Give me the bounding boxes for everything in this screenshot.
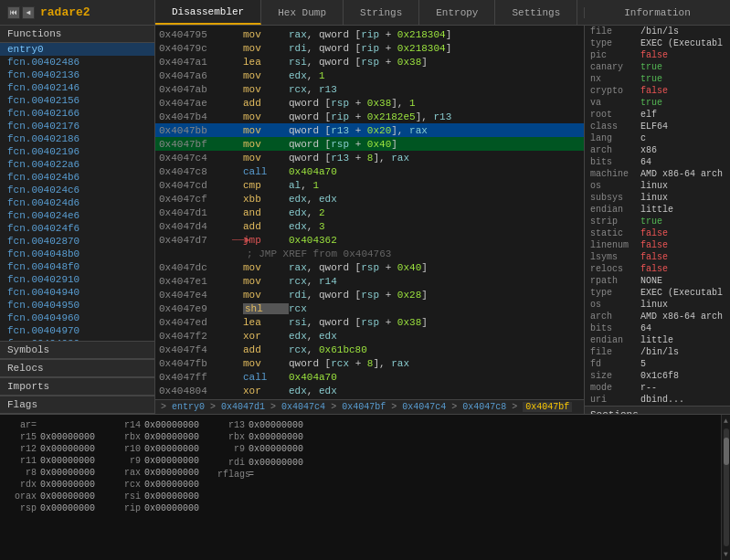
scroll-thumb[interactable]	[724, 438, 729, 465]
top-bar: ⏮ ◀ radare2 Disassembler Hex Dump String…	[0, 0, 730, 26]
reg-row-r13: r13 0x00000000	[217, 420, 303, 430]
sidebar-item-fcn004048b0[interactable]: fcn.004048b0	[0, 248, 154, 260]
disasm-line: 0x4047b4 mov qword [rip + 0x2182e5], r13	[155, 110, 584, 123]
sidebar-item-fcn00404970[interactable]: fcn.00404970	[0, 324, 154, 337]
sidebar-item-fcn00402196[interactable]: fcn.00402196	[0, 145, 154, 158]
disasm-line: 0x4047ab mov rcx, r13	[155, 82, 584, 96]
sidebar-item-fcn00402186[interactable]: fcn.00402186	[0, 132, 154, 145]
disasm-line: 0x4047d7 ──► jmp 0x404362	[155, 233, 584, 247]
symbols-section[interactable]: Symbols	[0, 341, 154, 359]
imports-section[interactable]: Imports	[0, 377, 154, 396]
sidebar-item-fcn004024f6[interactable]: fcn.004024f6	[0, 222, 154, 235]
app-logo: radare2	[40, 5, 90, 19]
disasm-line-highlighted: 0x4047bb mov qword [r13 + 0x20], rax	[155, 123, 584, 137]
info-row-fd: fd 5	[585, 358, 730, 370]
disasm-line: 0x40479c mov rdi, qword [rip + 0x218304]	[155, 41, 584, 55]
breadcrumb-item[interactable]: 0x4047c4	[281, 402, 325, 412]
info-row-os: os linux	[585, 180, 730, 192]
info-row-type2: type EXEC (Executabl	[585, 287, 730, 299]
sidebar: Functions entry0 fcn.00402486 fcn.004021…	[0, 26, 155, 414]
sidebar-item-fcn004024d6[interactable]: fcn.004024d6	[0, 196, 154, 209]
info-row-nx: nx true	[585, 73, 730, 85]
sidebar-item-fcn004024e6[interactable]: fcn.004024e6	[0, 209, 154, 222]
sidebar-item-fcn004048f0[interactable]: fcn.004048f0	[0, 260, 154, 273]
info-row-linenum: linenum false	[585, 239, 730, 251]
sidebar-item-fcn00402910[interactable]: fcn.00402910	[0, 273, 154, 286]
rewind-btn[interactable]: ⏮	[7, 6, 20, 19]
reg-row-rip: rip 0x00000000	[113, 503, 199, 513]
info-row-strip: strip true	[585, 216, 730, 227]
info-panel: file /bin/ls type EXEC (Executabl pic fa…	[584, 26, 730, 414]
disasm-line: 0x4047cd cmp al, 1	[155, 178, 584, 192]
sidebar-item-fcn00402146[interactable]: fcn.00402146	[0, 81, 154, 94]
breadcrumb-item[interactable]: 0x4047c4	[402, 402, 446, 412]
sidebar-item-entry0[interactable]: entry0	[0, 43, 154, 56]
info-row-bits2: bits 64	[585, 322, 730, 334]
disasm-line: 0x4047cf xbb edx, edx	[155, 192, 584, 206]
flags-section[interactable]: Flags	[0, 396, 154, 414]
tab-hexdump[interactable]: Hex Dump	[261, 0, 344, 25]
functions-list: entry0 fcn.00402486 fcn.00402136 fcn.004…	[0, 43, 154, 341]
reg-row-r12: r12 0x00000000	[9, 444, 95, 454]
info-row-static: static false	[585, 227, 730, 239]
sidebar-item-fcn00402136[interactable]: fcn.00402136	[0, 69, 154, 81]
sections-label: Sections	[585, 406, 730, 414]
disasm-line: 0x4047ed lea rsi, qword [rsp + 0x38]	[155, 315, 584, 329]
sidebar-item-fcn004024b6[interactable]: fcn.004024b6	[0, 171, 154, 184]
tab-settings[interactable]: Settings	[495, 0, 577, 25]
disasm-line: 0x4047c4 mov qword [r13 + 8], rax	[155, 151, 584, 164]
sidebar-item-fcn00404940[interactable]: fcn.00404940	[0, 286, 154, 299]
sidebar-item-fcn00404950[interactable]: fcn.00404950	[0, 299, 154, 312]
breadcrumb-item[interactable]: 0x4047bf	[342, 402, 386, 412]
disasm-line: 0x404804 xor edx, edx	[155, 384, 584, 397]
scroll-thumb-track	[724, 428, 729, 546]
info-row-bits: bits 64	[585, 156, 730, 168]
info-row-type: type EXEC (Executabl	[585, 37, 730, 49]
register-column-2: r14 0x00000000 rbx 0x00000000 r10 0x0000…	[113, 420, 199, 555]
tab-disassembler[interactable]: Disassembler	[155, 0, 261, 25]
register-column-3: r13 0x00000000 rbx 0x00000000 r9 0x00000…	[217, 420, 303, 555]
breadcrumb: > entry0 > 0x4047d1 > 0x4047c4 > 0x4047b…	[155, 399, 584, 414]
sidebar-item-fcn00402156[interactable]: fcn.00402156	[0, 94, 154, 107]
step-back-btn[interactable]: ◀	[22, 6, 35, 19]
disasm-line: 0x4047a1 lea rsi, qword [rsp + 0x38]	[155, 55, 584, 69]
reg-row-r8: r8 0x00000000	[9, 468, 95, 478]
info-row-file2: file /bin/ls	[585, 346, 730, 358]
reg-row-rbx-3: rbx 0x00000000	[217, 432, 303, 442]
scroll-down-arrow[interactable]: ▼	[722, 548, 730, 560]
info-row-pic: pic false	[585, 49, 730, 61]
reg-row-r11: r11 0x00000000	[9, 456, 95, 466]
sidebar-item-fcn00402166[interactable]: fcn.00402166	[0, 107, 154, 120]
sidebar-item-fcn00404960[interactable]: fcn.00404960	[0, 312, 154, 324]
reg-row-orax: orax 0x00000000	[9, 491, 95, 502]
disasm-line: 0x4047f2 xor edx, edx	[155, 329, 584, 343]
info-row-relocs: relocs false	[585, 263, 730, 275]
breadcrumb-item[interactable]: entry0	[172, 402, 205, 412]
info-row-file: file /bin/ls	[585, 26, 730, 37]
relocs-section[interactable]: Relocs	[0, 359, 154, 377]
tab-strings[interactable]: Strings	[344, 0, 419, 25]
info-panel-header: Information	[584, 7, 730, 18]
disasm-line: 0x4047fb mov qword [rcx + 8], rax	[155, 356, 584, 370]
breadcrumb-current: 0x4047bf	[523, 402, 572, 412]
info-row-canary: canary true	[585, 61, 730, 73]
disasm-area: 0x404795 mov rax, qword [rip + 0x218304]…	[155, 26, 584, 414]
sidebar-item-fcn00402176[interactable]: fcn.00402176	[0, 120, 154, 132]
sidebar-item-fcn00402870[interactable]: fcn.00402870	[0, 235, 154, 248]
reg-row-rbx-2: rbx 0x00000000	[113, 432, 199, 442]
scroll-up-arrow[interactable]: ▲	[722, 415, 730, 427]
info-row-lang: lang c	[585, 132, 730, 144]
sidebar-item-fcn004024c6[interactable]: fcn.004024c6	[0, 184, 154, 196]
breadcrumb-sep: >	[161, 402, 172, 412]
disasm-scroll[interactable]: 0x404795 mov rax, qword [rip + 0x218304]…	[155, 26, 584, 399]
sidebar-item-fcn004022a6[interactable]: fcn.004022a6	[0, 158, 154, 171]
tab-entropy[interactable]: Entropy	[419, 0, 495, 25]
reg-row-rsp: rsp 0x00000000	[9, 503, 95, 513]
main-content: Functions entry0 fcn.00402486 fcn.004021…	[0, 26, 730, 414]
disasm-line: 0x4047d1 and edx, 2	[155, 206, 584, 219]
breadcrumb-item[interactable]: 0x4047d1	[221, 402, 265, 412]
sidebar-item-fcn00402486[interactable]: fcn.00402486	[0, 56, 154, 69]
reg-row-r9-3: r9 0x00000000	[217, 444, 303, 454]
breadcrumb-item[interactable]: 0x4047c8	[462, 402, 506, 412]
bottom-scrollbar-vertical[interactable]: ▲ ▼	[721, 415, 730, 560]
